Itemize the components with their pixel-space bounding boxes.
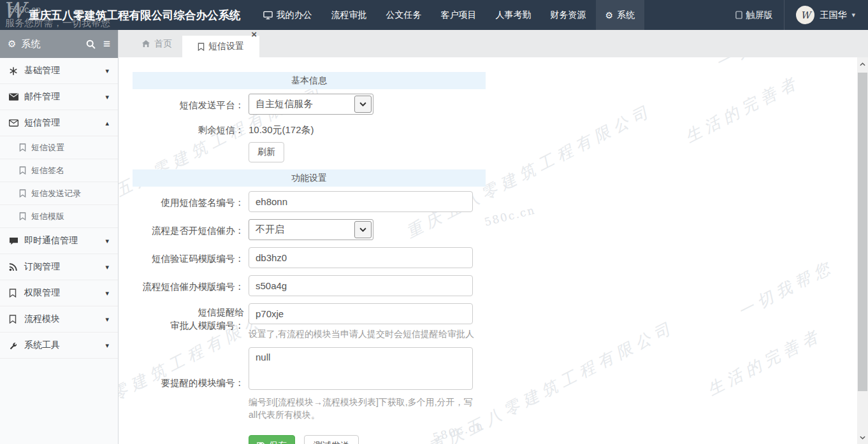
chevron-up-icon: ▴ [105,119,109,127]
sidebar-header: ⚙ 系统 ≡ [0,30,118,58]
close-icon[interactable]: × [251,30,257,39]
sidebar-item-label: 邮件管理 [24,91,60,103]
field-label-line1: 短信提醒给 [198,307,245,317]
field-label: 使用短信签名编号： [133,191,244,212]
signature-number-input[interactable] [249,191,473,212]
platform-select[interactable]: 自主短信服务 [249,94,373,115]
sidebar-item-base-management[interactable]: 基础管理 ▾ [0,58,118,84]
chevron-down-icon: ▾ [105,237,109,245]
captcha-template-input[interactable] [249,247,473,268]
sidebar-item-mail-management[interactable]: 邮件管理 ▾ [0,84,118,110]
bookmark-icon [9,315,24,324]
sidebar-item-label: 短信设置 [31,142,64,154]
sidebar-item-label: 订阅管理 [24,261,60,273]
menu-icon[interactable]: ≡ [103,37,110,51]
section-basic-info: 基本信息 [133,72,486,89]
form-row-platform: 短信发送平台： 自主短信服务 [133,94,501,115]
nav-document-tasks[interactable]: 公文任务 [377,0,431,30]
nav-system[interactable]: ⚙ 系统 [596,0,645,30]
asterisk-icon [9,66,24,76]
sidebar-item-sms-template[interactable]: 短信模版 [0,205,118,228]
touch-version-button[interactable]: 触屏版 [724,0,784,30]
field-label: 短信验证码模版编号： [133,247,244,268]
sms-settings-form: 基本信息 短信发送平台： 自主短信服务 剩余短信： 10.30元(172条) 刷… [119,57,501,444]
navbar-right: 触屏版 W 王国华 ▾ [724,0,868,30]
sidebar-item-label: 即时通信管理 [24,235,78,247]
sidebar-item-sms-signature[interactable]: 短信签名 [0,159,118,182]
scroll-down-icon[interactable] [857,432,868,443]
nav-label: 流程审批 [331,10,367,21]
nav-hr-attendance[interactable]: 人事考勤 [486,0,541,30]
phone-icon [735,11,742,19]
main-nav: 我的办公 流程审批 公文任务 客户项目 人事考勤 财务资源 ⚙ 系统 [254,0,645,30]
main-area: 一切我帮您 生活的完善者 重庆五八零建筑工程有限公司 580c.cn 一切我帮您… [119,30,868,444]
sidebar-item-system-tools[interactable]: 系统工具 ▾ [0,333,118,359]
form-actions: 保存 测试发送 [133,435,501,444]
scroll-up-icon[interactable] [857,59,868,70]
urge-switch-value: 不开启 [249,224,353,236]
platform-select-value: 自主短信服务 [249,98,353,110]
save-button-label: 保存 [269,440,287,444]
user-menu[interactable]: W 王国华 ▾ [784,0,868,30]
field-label: 短信发送平台： [133,94,244,115]
urge-switch-select[interactable]: 不开启 [249,219,373,240]
vertical-scrollbar[interactable] [857,57,868,444]
field-label-line2: 审批人模版编号： [170,320,244,331]
tab-bar: 首页 短信设置 × [119,30,868,57]
sidebar-item-permission-management[interactable]: 权限管理 ▾ [0,280,118,306]
urge-template-input[interactable] [249,275,473,296]
notify-template-hint: 设置了,有流程的模块当申请人提交时会短信提醒给审批人 [249,327,474,340]
form-row-module-ids: 要提醒的模块编号： null 编号到[流程模块→流程模块列表]下获取,多个用,分… [133,347,501,421]
bookmark-icon [198,43,205,51]
save-button[interactable]: 保存 [249,435,295,444]
search-icon[interactable] [86,39,96,49]
bookmark-icon [19,143,31,152]
nav-label: 我的办公 [277,10,312,21]
sms-settings-content: 基本信息 短信发送平台： 自主短信服务 剩余短信： 10.30元(172条) 刷… [119,57,868,444]
nav-finance-resources[interactable]: 财务资源 [541,0,596,30]
scrollbar-thumb[interactable] [858,73,867,391]
form-row-refresh: 刷新 [133,142,501,162]
form-row-urge-template: 流程短信催办模版编号： [133,275,501,296]
sidebar-item-subscription-management[interactable]: 订阅管理 ▾ [0,254,118,280]
field-label: 剩余短信： [133,124,244,136]
sidebar-item-sms-management[interactable]: 短信管理 ▴ [0,110,118,136]
monitor-icon [263,11,273,20]
tab-home[interactable]: 首页 [131,30,182,57]
chevron-down-icon: ▾ [105,263,109,271]
form-row-urge-switch: 流程是否开短信催办： 不开启 [133,219,501,240]
chevron-down-icon: ▾ [105,93,109,101]
nav-label: 公文任务 [386,10,422,21]
chevron-down-icon: ▾ [105,289,109,297]
chat-icon [9,237,24,245]
form-row-signature: 使用短信签名编号： [133,191,501,212]
chevron-down-icon: ▾ [105,341,109,350]
chevron-down-icon: ▾ [105,315,109,324]
tab-label: 短信设置 [208,41,244,52]
chevron-down-icon: ▾ [851,11,855,19]
nav-workflow-approval[interactable]: 流程审批 [322,0,377,30]
sidebar-item-sms-settings[interactable]: 短信设置 [0,136,118,159]
nav-my-office[interactable]: 我的办公 [254,0,322,30]
test-send-button[interactable]: 测试发送 [304,435,359,444]
module-ids-textarea[interactable]: null [249,347,473,390]
bookmark-icon [19,212,31,220]
sidebar-item-workflow-module[interactable]: 流程模块 ▾ [0,306,118,333]
nav-customer-projects[interactable]: 客户项目 [431,0,486,30]
sidebar-item-sms-send-log[interactable]: 短信发送记录 [0,182,118,205]
tab-sms-settings[interactable]: 短信设置 × [182,36,259,57]
field-label: 流程短信催办模版编号： [133,275,244,296]
field-label: 短信提醒给 审批人模版编号： [133,303,244,340]
refresh-button[interactable]: 刷新 [249,142,284,162]
section-function-settings: 功能设置 [133,169,486,187]
remaining-sms-value: 10.30元(172条) [244,124,314,136]
form-row-captcha-template: 短信验证码模版编号： [133,247,501,268]
rss-icon [9,263,24,271]
notify-template-input[interactable] [249,303,473,324]
bookmark-icon [9,289,24,297]
sidebar-item-im-management[interactable]: 即时通信管理 ▾ [0,228,118,254]
chevron-down-icon [354,221,372,238]
nav-label: 财务资源 [551,10,586,21]
bookmark-icon [19,166,31,175]
sidebar: ⚙ 系统 ≡ 基础管理 ▾ 邮件管理 ▾ 短信管理 ▴ 短信设置 短信签名 [0,30,119,444]
